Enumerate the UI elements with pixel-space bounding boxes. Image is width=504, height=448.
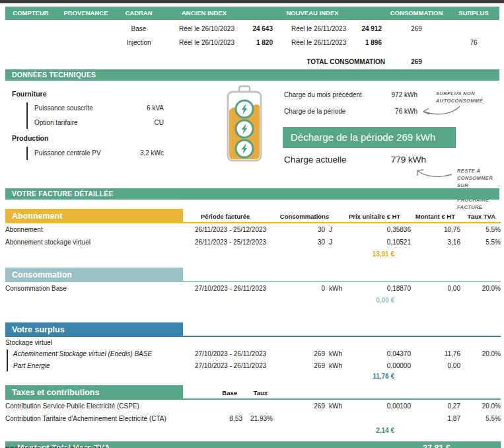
- invoice-row-acheminement: Acheminement Stockage virtuel (Enedis) B…: [5, 348, 501, 360]
- row-tva: [462, 360, 501, 372]
- row-price: 0,00100: [347, 400, 413, 412]
- row-period: 27/10/2023 - 26/11/2023: [188, 348, 273, 360]
- cell-surplus: 76: [448, 38, 499, 48]
- option-tarifaire-row: Option tarifaire CU: [34, 119, 164, 126]
- row-qty: 30J: [273, 236, 347, 248]
- qty-value: 269: [273, 348, 325, 360]
- taxes-column-headers: BaseTaux: [183, 385, 501, 398]
- taux-value: [242, 400, 273, 412]
- cell-ancien-val: 1 820: [246, 38, 273, 48]
- qty-value: 30: [273, 236, 325, 248]
- fourniture-bracket-line: [26, 102, 28, 129]
- cell-nouveau-val: 1 896: [352, 38, 385, 48]
- consommation-subtotal-row: 0,00 €: [5, 295, 501, 306]
- row-period: 26/11/2023 - 25/12/2023: [188, 223, 273, 236]
- charge-periode-value: 76 kWh: [395, 108, 417, 115]
- technical-section: Fourniture Puissance souscrite 6 kVA Opt…: [0, 81, 504, 187]
- cell-ancien-date: Réel le 26/10/2023: [162, 24, 246, 34]
- invoice-row-abonnement-stockage: Abonnement stockage virtuel 26/11/2023 -…: [5, 236, 501, 248]
- cell-nouveau-date: Réel le 26/11/2023: [273, 38, 352, 48]
- cell-cadran: Base: [116, 24, 162, 34]
- charge-actuelle-row: Charge actuelle 779 kWh: [284, 155, 426, 165]
- qty-unit: [325, 412, 347, 425]
- cell-cadran: Injection: [116, 38, 162, 48]
- row-period: 27/10/2023 - 26/11/2023: [188, 360, 273, 372]
- row-label: Consommation Base: [5, 282, 188, 295]
- row-tva: 20.0%: [462, 400, 501, 412]
- col-header-compteur: COMPTEUR: [5, 7, 56, 20]
- consommation-title: Consommation: [5, 268, 183, 281]
- abonnement-header: Abonnement Période facturée Consommation…: [5, 209, 501, 223]
- row-qty: 269kWh: [273, 348, 347, 360]
- cell-nouveau-date: Réel le 26/11/2023: [273, 24, 352, 34]
- invoice-row-consommation-base: Consommation Base 27/10/2023 - 26/11/202…: [5, 282, 501, 295]
- production-bracket-line: [26, 147, 28, 160]
- section-title-votre-facture: VOTRE FACTURE DÉTAILLÉE: [5, 188, 499, 200]
- col-header-montant: Montant € HT: [408, 213, 457, 220]
- annotation-arrow-up-icon: [415, 167, 454, 180]
- puissance-souscrite-value: 6 kVA: [123, 104, 164, 112]
- col-header-consommations: Consommations: [268, 213, 342, 220]
- base-value: [188, 400, 242, 412]
- abonnement-subtotal-row: 13,91 €: [5, 248, 501, 260]
- row-tva: 5.5%: [462, 223, 501, 236]
- row-tva: 20.0%: [462, 348, 501, 360]
- qty-value: 269: [273, 360, 325, 372]
- row-amount: 3,16: [413, 236, 462, 248]
- qty-value: [273, 412, 325, 425]
- col-header-spacer-1: [246, 7, 273, 20]
- row-label: Abonnement stockage virtuel: [5, 236, 188, 248]
- meter-index-table: COMPTEUR PROVENANCE CADRAN ANCIEN INDEX …: [5, 7, 499, 67]
- col-header-periode: Période facturée: [183, 213, 268, 220]
- row-price: [347, 412, 413, 425]
- row-tva: 5.5%: [462, 412, 501, 425]
- meter-total-row: TOTAL CONSOMMATION 269: [5, 57, 499, 67]
- top-dark-bar: [0, 0, 504, 3]
- invoice-column-headers: Période facturée Consommations Prix unit…: [183, 209, 501, 222]
- puissance-pv-label: Puissance centrale PV: [34, 149, 123, 157]
- total-consommation-value: 269: [385, 57, 448, 67]
- invoice-row-abonnement: Abonnement 26/11/2023 - 25/12/2023 30J 0…: [5, 223, 501, 236]
- row-amount: 10,75: [413, 223, 462, 236]
- row-amount: 0,27: [413, 400, 462, 412]
- row-period: 27/10/2023 - 26/11/2023: [188, 282, 273, 295]
- row-tva: 20.0%: [462, 282, 501, 295]
- row-tva: 5.5%: [462, 236, 501, 248]
- row-period: 26/11/2023 - 25/12/2023: [188, 236, 273, 248]
- base-value: 8,53: [188, 412, 242, 425]
- invoice-row-cspe: Contribution Service Public Electricité …: [5, 400, 501, 412]
- surplus-group-label: Stockage virtuel: [5, 337, 188, 348]
- taxes-subtotal: 2,14 €: [347, 425, 396, 436]
- col-header-spacer-2: [352, 7, 385, 20]
- invoice-detail: Abonnement Période facturée Consommation…: [5, 200, 501, 448]
- row-label: Abonnement: [5, 223, 188, 236]
- cell-compteur: [5, 38, 56, 48]
- row-amount: 0,00: [413, 360, 462, 372]
- qty-value: 269: [273, 400, 325, 412]
- charge-periode-row: Charge de la période 76 kWh: [284, 108, 417, 115]
- row-qty: 30J: [273, 223, 347, 236]
- charge-precedent-row: Charge du mois précédent 972 kWh: [284, 91, 417, 98]
- meter-row-injection: Injection Réel le 26/10/2023 1 820 Réel …: [5, 38, 499, 48]
- row-qty: 0kWh: [273, 282, 347, 295]
- charge-actuelle-label: Charge actuelle: [284, 155, 391, 165]
- row-base-taux: 8,5321.93%: [188, 412, 273, 425]
- qty-value: 30: [273, 223, 325, 236]
- row-price: 0,18870: [347, 282, 413, 295]
- row-amount: 1,87: [413, 412, 462, 425]
- row-price: 0,10521: [347, 236, 413, 248]
- annotation-line: RESTE À CONSOMMER SUR: [457, 168, 493, 188]
- taxes-header: Taxes et contributions BaseTaux: [5, 385, 501, 400]
- row-price: 0,04370: [347, 348, 413, 360]
- row-label: Acheminement Stockage virtuel (Enedis) B…: [5, 348, 188, 360]
- invoice-page: COMPTEUR PROVENANCE CADRAN ANCIEN INDEX …: [0, 0, 504, 448]
- surplus-subrows: Acheminement Stockage virtuel (Enedis) B…: [5, 348, 501, 372]
- row-qty: 269kWh: [273, 400, 347, 412]
- montant-total-value: 27,81 €: [423, 441, 501, 448]
- consommation-header: Consommation: [5, 268, 501, 282]
- row-base-taux: [188, 400, 273, 412]
- decharge-banner: Décharge de la période 269 kWh: [283, 127, 456, 148]
- section-title-donnees-techniques: DONNÉES TECHNIQUES: [5, 69, 499, 81]
- annotation-line: SURPLUS NON: [436, 91, 475, 96]
- taux-value: 21.93%: [242, 412, 273, 425]
